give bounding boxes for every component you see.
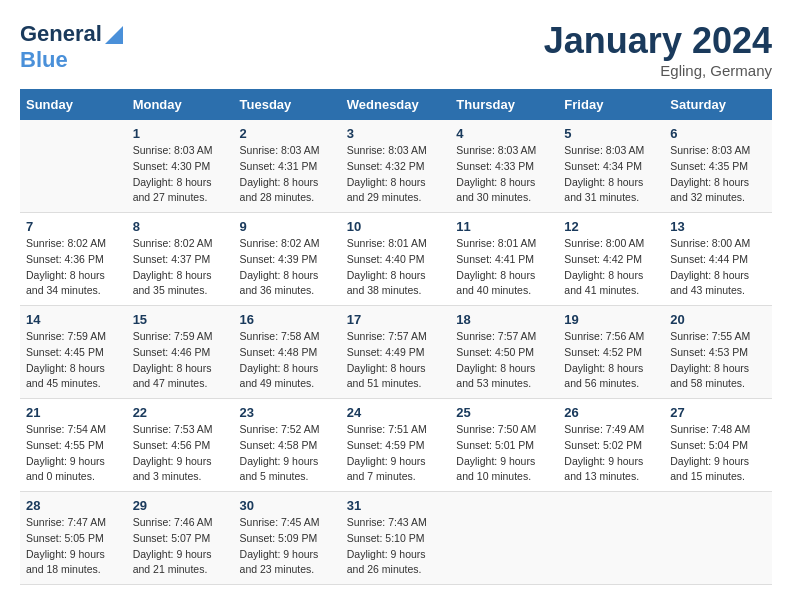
- day-info: Sunrise: 8:01 AMSunset: 4:41 PMDaylight:…: [456, 236, 552, 299]
- header-row: SundayMondayTuesdayWednesdayThursdayFrid…: [20, 89, 772, 120]
- day-cell: 24Sunrise: 7:51 AMSunset: 4:59 PMDayligh…: [341, 399, 451, 492]
- day-info: Sunrise: 7:43 AMSunset: 5:10 PMDaylight:…: [347, 515, 445, 578]
- day-info: Sunrise: 7:45 AMSunset: 5:09 PMDaylight:…: [240, 515, 335, 578]
- calendar-table: SundayMondayTuesdayWednesdayThursdayFrid…: [20, 89, 772, 585]
- day-info: Sunrise: 8:01 AMSunset: 4:40 PMDaylight:…: [347, 236, 445, 299]
- day-cell: 26Sunrise: 7:49 AMSunset: 5:02 PMDayligh…: [558, 399, 664, 492]
- week-row-3: 14Sunrise: 7:59 AMSunset: 4:45 PMDayligh…: [20, 306, 772, 399]
- day-info: Sunrise: 7:49 AMSunset: 5:02 PMDaylight:…: [564, 422, 658, 485]
- day-info: Sunrise: 8:00 AMSunset: 4:44 PMDaylight:…: [670, 236, 766, 299]
- day-info: Sunrise: 7:58 AMSunset: 4:48 PMDaylight:…: [240, 329, 335, 392]
- day-info: Sunrise: 8:03 AMSunset: 4:32 PMDaylight:…: [347, 143, 445, 206]
- col-header-wednesday: Wednesday: [341, 89, 451, 120]
- day-cell: 1Sunrise: 8:03 AMSunset: 4:30 PMDaylight…: [127, 120, 234, 213]
- col-header-friday: Friday: [558, 89, 664, 120]
- day-cell: 29Sunrise: 7:46 AMSunset: 5:07 PMDayligh…: [127, 492, 234, 585]
- day-info: Sunrise: 7:47 AMSunset: 5:05 PMDaylight:…: [26, 515, 121, 578]
- day-info: Sunrise: 8:02 AMSunset: 4:36 PMDaylight:…: [26, 236, 121, 299]
- day-info: Sunrise: 7:54 AMSunset: 4:55 PMDaylight:…: [26, 422, 121, 485]
- day-cell: 20Sunrise: 7:55 AMSunset: 4:53 PMDayligh…: [664, 306, 772, 399]
- day-cell: 19Sunrise: 7:56 AMSunset: 4:52 PMDayligh…: [558, 306, 664, 399]
- day-info: Sunrise: 7:59 AMSunset: 4:46 PMDaylight:…: [133, 329, 228, 392]
- logo: General Blue: [20, 20, 123, 72]
- day-cell: 27Sunrise: 7:48 AMSunset: 5:04 PMDayligh…: [664, 399, 772, 492]
- week-row-4: 21Sunrise: 7:54 AMSunset: 4:55 PMDayligh…: [20, 399, 772, 492]
- day-info: Sunrise: 7:50 AMSunset: 5:01 PMDaylight:…: [456, 422, 552, 485]
- day-number: 3: [347, 126, 445, 141]
- logo-blue-text: Blue: [20, 48, 68, 72]
- day-info: Sunrise: 8:03 AMSunset: 4:34 PMDaylight:…: [564, 143, 658, 206]
- day-number: 10: [347, 219, 445, 234]
- day-cell: 23Sunrise: 7:52 AMSunset: 4:58 PMDayligh…: [234, 399, 341, 492]
- day-cell: 5Sunrise: 8:03 AMSunset: 4:34 PMDaylight…: [558, 120, 664, 213]
- week-row-5: 28Sunrise: 7:47 AMSunset: 5:05 PMDayligh…: [20, 492, 772, 585]
- day-cell: [664, 492, 772, 585]
- title-block: January 2024 Egling, Germany: [544, 20, 772, 79]
- day-cell: 4Sunrise: 8:03 AMSunset: 4:33 PMDaylight…: [450, 120, 558, 213]
- day-cell: 12Sunrise: 8:00 AMSunset: 4:42 PMDayligh…: [558, 213, 664, 306]
- day-number: 22: [133, 405, 228, 420]
- day-number: 14: [26, 312, 121, 327]
- day-cell: 14Sunrise: 7:59 AMSunset: 4:45 PMDayligh…: [20, 306, 127, 399]
- day-cell: 31Sunrise: 7:43 AMSunset: 5:10 PMDayligh…: [341, 492, 451, 585]
- day-number: 20: [670, 312, 766, 327]
- day-number: 4: [456, 126, 552, 141]
- day-info: Sunrise: 8:03 AMSunset: 4:31 PMDaylight:…: [240, 143, 335, 206]
- week-row-2: 7Sunrise: 8:02 AMSunset: 4:36 PMDaylight…: [20, 213, 772, 306]
- day-cell: 8Sunrise: 8:02 AMSunset: 4:37 PMDaylight…: [127, 213, 234, 306]
- day-number: 15: [133, 312, 228, 327]
- day-info: Sunrise: 8:00 AMSunset: 4:42 PMDaylight:…: [564, 236, 658, 299]
- day-cell: 3Sunrise: 8:03 AMSunset: 4:32 PMDaylight…: [341, 120, 451, 213]
- day-info: Sunrise: 7:57 AMSunset: 4:50 PMDaylight:…: [456, 329, 552, 392]
- day-number: 31: [347, 498, 445, 513]
- day-info: Sunrise: 8:03 AMSunset: 4:30 PMDaylight:…: [133, 143, 228, 206]
- day-cell: 9Sunrise: 8:02 AMSunset: 4:39 PMDaylight…: [234, 213, 341, 306]
- day-cell: 17Sunrise: 7:57 AMSunset: 4:49 PMDayligh…: [341, 306, 451, 399]
- day-cell: 16Sunrise: 7:58 AMSunset: 4:48 PMDayligh…: [234, 306, 341, 399]
- col-header-tuesday: Tuesday: [234, 89, 341, 120]
- day-info: Sunrise: 7:52 AMSunset: 4:58 PMDaylight:…: [240, 422, 335, 485]
- day-cell: [20, 120, 127, 213]
- day-info: Sunrise: 8:02 AMSunset: 4:37 PMDaylight:…: [133, 236, 228, 299]
- day-info: Sunrise: 8:03 AMSunset: 4:35 PMDaylight:…: [670, 143, 766, 206]
- day-number: 16: [240, 312, 335, 327]
- day-number: 9: [240, 219, 335, 234]
- day-number: 28: [26, 498, 121, 513]
- day-info: Sunrise: 7:46 AMSunset: 5:07 PMDaylight:…: [133, 515, 228, 578]
- day-number: 6: [670, 126, 766, 141]
- day-number: 27: [670, 405, 766, 420]
- day-info: Sunrise: 7:59 AMSunset: 4:45 PMDaylight:…: [26, 329, 121, 392]
- day-number: 21: [26, 405, 121, 420]
- day-cell: 28Sunrise: 7:47 AMSunset: 5:05 PMDayligh…: [20, 492, 127, 585]
- day-cell: 22Sunrise: 7:53 AMSunset: 4:56 PMDayligh…: [127, 399, 234, 492]
- day-number: 2: [240, 126, 335, 141]
- col-header-saturday: Saturday: [664, 89, 772, 120]
- day-number: 7: [26, 219, 121, 234]
- day-cell: 25Sunrise: 7:50 AMSunset: 5:01 PMDayligh…: [450, 399, 558, 492]
- day-number: 17: [347, 312, 445, 327]
- day-cell: 15Sunrise: 7:59 AMSunset: 4:46 PMDayligh…: [127, 306, 234, 399]
- col-header-thursday: Thursday: [450, 89, 558, 120]
- day-info: Sunrise: 7:56 AMSunset: 4:52 PMDaylight:…: [564, 329, 658, 392]
- day-cell: 13Sunrise: 8:00 AMSunset: 4:44 PMDayligh…: [664, 213, 772, 306]
- day-number: 30: [240, 498, 335, 513]
- day-cell: 11Sunrise: 8:01 AMSunset: 4:41 PMDayligh…: [450, 213, 558, 306]
- day-number: 1: [133, 126, 228, 141]
- day-info: Sunrise: 7:51 AMSunset: 4:59 PMDaylight:…: [347, 422, 445, 485]
- day-number: 11: [456, 219, 552, 234]
- day-number: 13: [670, 219, 766, 234]
- day-cell: 6Sunrise: 8:03 AMSunset: 4:35 PMDaylight…: [664, 120, 772, 213]
- day-number: 19: [564, 312, 658, 327]
- day-cell: [558, 492, 664, 585]
- svg-marker-0: [105, 26, 123, 44]
- location: Egling, Germany: [544, 62, 772, 79]
- day-cell: 30Sunrise: 7:45 AMSunset: 5:09 PMDayligh…: [234, 492, 341, 585]
- day-number: 8: [133, 219, 228, 234]
- week-row-1: 1Sunrise: 8:03 AMSunset: 4:30 PMDaylight…: [20, 120, 772, 213]
- col-header-sunday: Sunday: [20, 89, 127, 120]
- day-cell: 2Sunrise: 8:03 AMSunset: 4:31 PMDaylight…: [234, 120, 341, 213]
- day-number: 23: [240, 405, 335, 420]
- col-header-monday: Monday: [127, 89, 234, 120]
- day-number: 18: [456, 312, 552, 327]
- day-info: Sunrise: 7:57 AMSunset: 4:49 PMDaylight:…: [347, 329, 445, 392]
